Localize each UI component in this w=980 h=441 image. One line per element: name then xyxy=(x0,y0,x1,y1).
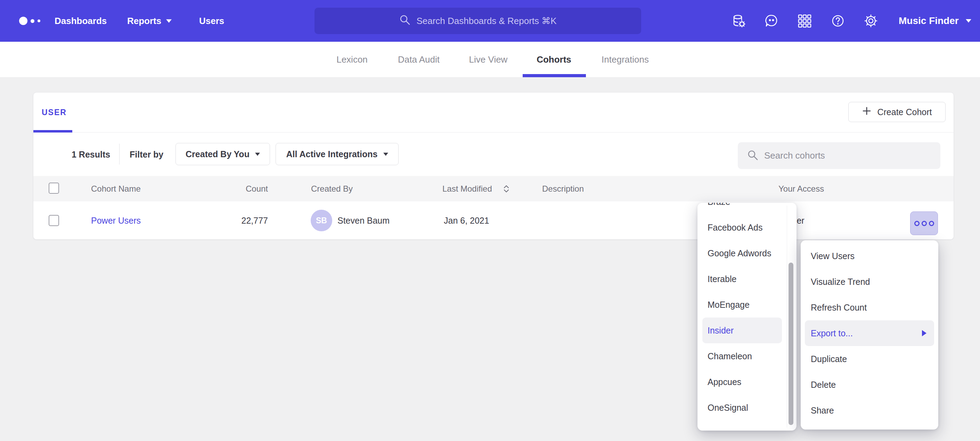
col-your-access: Your Access xyxy=(778,184,824,194)
tab-live-view[interactable]: Live View xyxy=(469,54,508,65)
dot-icon xyxy=(929,221,934,226)
col-cohort-name: Cohort Name xyxy=(91,184,141,194)
menu-item-share[interactable]: Share xyxy=(801,398,938,423)
avatar: SB xyxy=(311,210,332,231)
tab-cohorts[interactable]: Cohorts xyxy=(536,54,571,65)
data-settings-icon[interactable] xyxy=(730,13,746,29)
filter-created-by-dropdown[interactable]: Created By You xyxy=(175,143,270,165)
col-count: Count xyxy=(207,184,268,194)
tab-lexicon[interactable]: Lexicon xyxy=(336,54,368,65)
table-header: Cohort Name Count Created By Last Modifi… xyxy=(33,176,954,201)
menu-item-view-users[interactable]: View Users xyxy=(801,243,938,269)
search-cohorts-input[interactable] xyxy=(764,150,931,161)
plus-icon xyxy=(862,106,872,118)
filter-toolbar: 1 Results Filter by Created By You All A… xyxy=(33,133,954,176)
tab-user[interactable]: USER xyxy=(42,108,67,117)
nav-item-dashboards[interactable]: Dashboards xyxy=(54,16,107,26)
search-icon xyxy=(747,149,759,162)
col-created-by: Created By xyxy=(311,184,353,194)
settings-gear-icon[interactable] xyxy=(863,13,879,29)
row-context-menu: View Users Visualize Trend Refresh Count… xyxy=(801,240,938,430)
logo-dot-small xyxy=(38,19,40,22)
submenu-item-facebook-ads[interactable]: Facebook Ads xyxy=(697,214,797,240)
nav-item-reports[interactable]: Reports xyxy=(127,16,172,26)
menu-item-export-to[interactable]: Export to... xyxy=(805,320,934,346)
user-tab-underline xyxy=(33,130,72,133)
menu-item-visualize-trend[interactable]: Visualize Trend xyxy=(801,269,938,295)
brand-logo[interactable] xyxy=(19,17,40,25)
submenu-item-iterable[interactable]: Iterable xyxy=(697,266,797,292)
apps-grid-icon[interactable] xyxy=(797,13,813,29)
search-icon xyxy=(399,14,411,28)
help-icon[interactable] xyxy=(830,13,846,29)
cohorts-panel: USER Create Cohort 1 Results Filter by C… xyxy=(33,92,954,240)
submenu-item-appcues[interactable]: Appcues xyxy=(697,369,797,395)
search-cohorts-field[interactable] xyxy=(738,142,940,169)
menu-item-refresh-count[interactable]: Refresh Count xyxy=(801,295,938,320)
create-cohort-button[interactable]: Create Cohort xyxy=(848,102,946,122)
export-destination-submenu: Braze Facebook Ads Google Adwords Iterab… xyxy=(697,203,797,431)
nav-item-users[interactable]: Users xyxy=(199,16,224,26)
cohort-count: 22,777 xyxy=(207,216,268,226)
chevron-down-icon xyxy=(966,19,971,22)
logo-dot-medium xyxy=(30,19,34,23)
dot-icon xyxy=(922,221,927,226)
chevron-down-icon xyxy=(255,153,260,156)
nav-item-users-label: Users xyxy=(199,16,224,26)
col-description: Description xyxy=(542,184,584,194)
top-navigation-bar: Dashboards Reports Users Search Dashboar… xyxy=(0,0,980,42)
cohort-name-link[interactable]: Power Users xyxy=(91,216,141,226)
filter-created-by-value: Created By You xyxy=(186,149,250,159)
col-last-modified[interactable]: Last Modified xyxy=(442,184,492,194)
chevron-down-icon xyxy=(166,19,172,22)
nav-item-dashboards-label: Dashboards xyxy=(54,16,107,26)
submenu-item-chameleon[interactable]: Chameleon xyxy=(697,343,797,369)
feedback-chat-icon[interactable] xyxy=(764,13,780,29)
section-tabs: Lexicon Data Audit Live View Cohorts Int… xyxy=(0,42,980,78)
chevron-down-icon xyxy=(383,153,388,156)
global-search-input[interactable]: Search Dashboards & Reports ⌘K xyxy=(315,8,641,34)
table-row[interactable]: Power Users 22,777 SB Steven Baum Jan 6,… xyxy=(33,201,954,240)
tab-integrations[interactable]: Integrations xyxy=(601,54,649,65)
project-name: Music Finder xyxy=(899,15,959,26)
results-count: 1 Results xyxy=(72,149,110,159)
filter-integrations-value: All Active Integrations xyxy=(286,149,377,159)
menu-item-delete[interactable]: Delete xyxy=(801,372,938,398)
sort-icon[interactable] xyxy=(503,185,509,193)
create-cohort-label: Create Cohort xyxy=(877,107,932,117)
tab-data-audit[interactable]: Data Audit xyxy=(398,54,440,65)
menu-item-duplicate[interactable]: Duplicate xyxy=(801,346,938,372)
row-checkbox[interactable] xyxy=(49,215,59,226)
last-modified-date: Jan 6, 2021 xyxy=(444,216,489,226)
submenu-item-onesignal[interactable]: OneSignal xyxy=(697,395,797,420)
filter-integrations-dropdown[interactable]: All Active Integrations xyxy=(275,143,399,165)
row-actions-button[interactable] xyxy=(910,211,938,235)
dot-icon xyxy=(914,221,920,226)
divider xyxy=(119,144,119,165)
scrollbar-thumb[interactable] xyxy=(789,263,793,425)
logo-dot-large xyxy=(19,17,27,25)
submenu-item-moengage[interactable]: MoEngage xyxy=(697,292,797,318)
project-switcher[interactable]: Music Finder xyxy=(899,15,971,26)
created-by-name: Steven Baum xyxy=(337,216,390,226)
scrollbar-track xyxy=(787,206,787,428)
submenu-item-braze[interactable]: Braze xyxy=(697,203,797,214)
filter-by-label: Filter by xyxy=(130,149,163,159)
submenu-item-insider[interactable]: Insider xyxy=(702,318,782,343)
global-search-placeholder: Search Dashboards & Reports ⌘K xyxy=(416,16,556,26)
submenu-item-google-adwords[interactable]: Google Adwords xyxy=(697,240,797,266)
panel-tab-strip: USER Create Cohort xyxy=(33,93,954,133)
select-all-checkbox[interactable] xyxy=(49,182,59,194)
active-tab-underline xyxy=(523,74,586,77)
chevron-right-icon xyxy=(922,330,926,336)
menu-item-export-to-label: Export to... xyxy=(811,328,853,339)
nav-item-reports-label: Reports xyxy=(127,16,161,26)
avatar-initials: SB xyxy=(316,216,327,225)
